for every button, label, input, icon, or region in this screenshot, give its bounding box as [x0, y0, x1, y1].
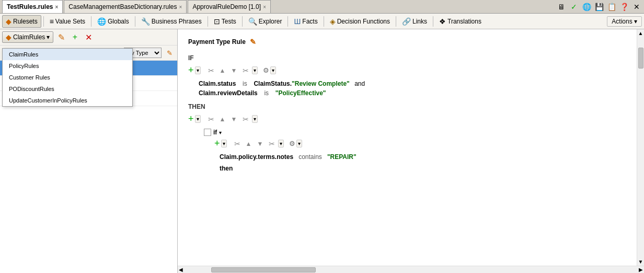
dropdown-item-claimrules[interactable]: ClaimRules	[3, 49, 132, 60]
rule-title-edit-icon[interactable]: ✎	[250, 38, 256, 46]
ruleset-dropdown-button[interactable]: ◆ ClaimRules ▾	[2, 31, 53, 43]
divider-9	[433, 16, 433, 27]
edit-ruleset-button[interactable]: ✎	[55, 31, 67, 43]
scroll-up-button[interactable]: ▲	[637, 29, 644, 37]
divider-4	[208, 16, 208, 27]
then-section-label: THEN	[188, 103, 626, 110]
dropdown-item-podiscountrules[interactable]: PODiscountRules	[3, 83, 132, 95]
filter-edit-icon[interactable]: ✎	[164, 47, 175, 59]
rulesets-icon: ◆	[6, 17, 12, 26]
close-icon[interactable]: ✕	[631, 2, 642, 12]
valuesets-icon: ≡	[50, 17, 54, 26]
sub-gear-icon[interactable]: ⚙	[289, 140, 295, 147]
translations-button[interactable]: ❖ Translations	[435, 15, 485, 28]
phrases-icon: 🔧	[141, 17, 150, 26]
globals-button[interactable]: 🌐 Globals	[94, 15, 133, 28]
links-button[interactable]: 🔗 Links	[398, 15, 431, 28]
ruleset-dropdown-arrow[interactable]: ▾	[47, 33, 50, 41]
if-scissors2-icon[interactable]: ✂	[240, 65, 251, 76]
facts-icon: Ш	[294, 17, 301, 26]
tab-casemanagement[interactable]: CaseManagementBaseDictionary.rules ×	[64, 0, 187, 13]
valuesets-label: Value Sets	[55, 18, 85, 25]
divider-8	[396, 16, 396, 27]
if-action-toolbar: + ▾ ✂ ▲ ▼ ✂ ▾ ⚙ ▾	[188, 65, 626, 76]
h-scrollbar-thumb[interactable]	[211, 267, 316, 272]
h-scrollbar-track	[185, 267, 637, 273]
scrollbar-thumb[interactable]	[638, 48, 643, 69]
if-gear-icon[interactable]: ⚙	[263, 66, 269, 74]
then-section: THEN + ▾ ✂ ▲ ▼ ✂ ▾ if	[188, 103, 626, 172]
condition-1-value: ClaimStatus."Review Complete"	[254, 80, 349, 87]
ruleset-bar: ◆ ClaimRules ▾ ✎ + ✕	[0, 29, 177, 46]
toolbar: ◆ Rulesets ≡ Value Sets 🌐 Globals 🔧 Busi…	[0, 14, 644, 29]
if-up-icon[interactable]: ▲	[217, 65, 228, 76]
if-gear-dropdown[interactable]: ▾	[270, 66, 276, 74]
dropdown-item-updatecustomer[interactable]: UpdateCustomerInPolicyRules	[3, 95, 132, 106]
then-cut-dropdown[interactable]: ▾	[252, 115, 258, 123]
globe-icon[interactable]: 🌐	[581, 2, 592, 12]
facts-button[interactable]: Ш Facts	[290, 15, 321, 28]
tab-approvalrule[interactable]: ApprovalRuleDemo [1.0] ×	[188, 0, 271, 13]
sub-scissors2-icon[interactable]: ✂	[267, 139, 277, 149]
divider-2	[91, 16, 91, 27]
if-cut-icon[interactable]: ✂	[206, 65, 216, 76]
sub-up-icon[interactable]: ▲	[244, 139, 254, 149]
divider-5	[242, 16, 243, 27]
save-icon[interactable]: 💾	[594, 2, 604, 12]
tab-testrules[interactable]: TestRules.rules ×	[2, 0, 63, 13]
scroll-down-button[interactable]: ▼	[637, 258, 644, 266]
valuesets-button[interactable]: ≡ Value Sets	[46, 15, 89, 28]
tab-casemanagement-close[interactable]: ×	[179, 4, 182, 10]
scroll-right-button[interactable]: ▶	[638, 266, 644, 273]
divider-1	[43, 16, 44, 27]
then-cut-icon[interactable]: ✂	[206, 114, 216, 124]
explorer-button[interactable]: 🔍 Explorer	[245, 15, 286, 28]
sub-cut-dropdown[interactable]: ▾	[278, 140, 284, 147]
decisionfunctions-button[interactable]: ◈ Decision Functions	[326, 15, 394, 28]
if-dropdown-arrow[interactable]: ▾	[219, 130, 222, 135]
tests-button[interactable]: ⊡ Tests	[210, 15, 240, 28]
sub-add-button[interactable]: +	[214, 138, 220, 149]
then-add-dropdown[interactable]: ▾	[195, 115, 201, 123]
if-cut-dropdown[interactable]: ▾	[252, 66, 258, 74]
rulesets-button[interactable]: ◆ Rulesets	[2, 15, 41, 28]
tab-testrules-close[interactable]: ×	[55, 4, 58, 10]
dropdown-item-customerrules[interactable]: Customer Rules	[3, 72, 132, 83]
if-add-button[interactable]: +	[188, 65, 194, 76]
tab-approvalrule-close[interactable]: ×	[263, 4, 266, 10]
rulesets-label: Rulesets	[13, 18, 38, 25]
ruleset-dropdown-menu: ClaimRules PolicyRules Customer Rules PO…	[2, 48, 133, 107]
then-action-toolbar: + ▾ ✂ ▲ ▼ ✂ ▾	[188, 113, 626, 124]
actions-button[interactable]: Actions ▾	[607, 16, 642, 27]
clipboard-icon[interactable]: 📋	[606, 2, 617, 12]
condition-2-value: "PolicyEffective"	[275, 89, 326, 97]
translations-label: Translations	[447, 18, 481, 25]
then-scissors2-icon[interactable]: ✂	[240, 114, 251, 124]
sub-action-toolbar: + ▾ ✂ ▲ ▼ ✂ ▾ ⚙ ▾	[214, 138, 626, 149]
then-add-button[interactable]: +	[188, 113, 194, 124]
sub-gear-dropdown[interactable]: ▾	[296, 140, 302, 147]
check-icon[interactable]: ✓	[569, 2, 579, 12]
if-down-icon[interactable]: ▼	[229, 65, 239, 76]
if-add-dropdown[interactable]: ▾	[195, 66, 201, 74]
then-up-icon[interactable]: ▲	[217, 114, 228, 124]
delete-ruleset-button[interactable]: ✕	[83, 31, 94, 43]
sub-down-icon[interactable]: ▼	[255, 139, 266, 149]
condition-2-subject: Claim.reviewDetails	[199, 89, 258, 97]
divider-3	[135, 16, 135, 27]
monitor-icon[interactable]: 🖥	[556, 2, 567, 12]
then-down-icon[interactable]: ▼	[229, 114, 239, 124]
ruleset-selected-label: ClaimRules	[13, 33, 45, 41]
condition-line-1: Claim.status is ClaimStatus."Review Comp…	[199, 80, 626, 87]
sub-add-dropdown[interactable]: ▾	[221, 140, 227, 147]
sub-cut-icon[interactable]: ✂	[232, 139, 243, 149]
title-icons: 🖥 ✓ 🌐 💾 📋 ❓ ✕	[556, 0, 642, 13]
phrases-button[interactable]: 🔧 Business Phrases	[137, 15, 205, 28]
resize-handle[interactable]	[175, 29, 180, 273]
add-ruleset-button[interactable]: +	[69, 31, 80, 43]
dropdown-item-policyrules[interactable]: PolicyRules	[3, 60, 132, 72]
actions-label: Actions ▾	[612, 18, 637, 25]
if-checkbox[interactable]	[204, 129, 211, 136]
help-icon[interactable]: ❓	[619, 2, 629, 12]
nested-then-label: then	[220, 165, 626, 172]
